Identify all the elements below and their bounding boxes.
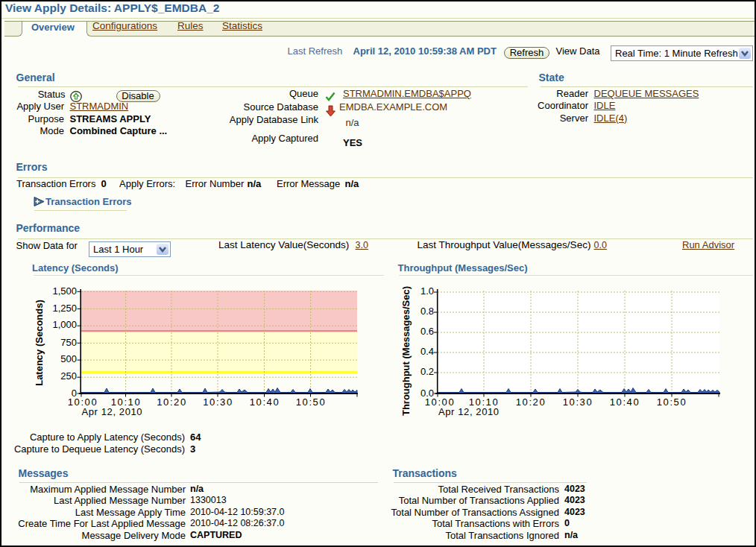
svg-text:250: 250: [60, 370, 77, 382]
svg-text:10:20: 10:20: [516, 396, 546, 408]
svg-text:10:30: 10:30: [563, 396, 593, 408]
svg-text:1,500: 1,500: [52, 285, 77, 297]
svg-text:Apr 12, 2010: Apr 12, 2010: [82, 406, 143, 417]
svg-text:1,000: 1,000: [52, 319, 77, 330]
svg-text:10:40: 10:40: [610, 396, 640, 408]
svg-text:10:20: 10:20: [157, 396, 187, 408]
svg-text:0.6: 0.6: [420, 326, 434, 337]
svg-text:10:50: 10:50: [657, 396, 687, 408]
svg-text:500: 500: [60, 353, 77, 364]
svg-text:1.0: 1.0: [420, 285, 434, 297]
svg-text:10:50: 10:50: [296, 396, 327, 408]
svg-text:Latency (Seconds): Latency (Seconds): [34, 300, 45, 386]
svg-text:750: 750: [60, 337, 77, 348]
svg-text:0.2: 0.2: [420, 366, 434, 377]
svg-text:1,250: 1,250: [52, 303, 77, 314]
svg-text:0.8: 0.8: [420, 306, 434, 317]
svg-text:0.4: 0.4: [420, 346, 434, 357]
svg-text:Apr 12, 2010: Apr 12, 2010: [438, 406, 500, 417]
svg-text:Throughput (Messages/Sec): Throughput (Messages/Sec): [400, 286, 412, 416]
svg-text:10:40: 10:40: [250, 396, 280, 408]
svg-text:10:30: 10:30: [203, 396, 233, 408]
